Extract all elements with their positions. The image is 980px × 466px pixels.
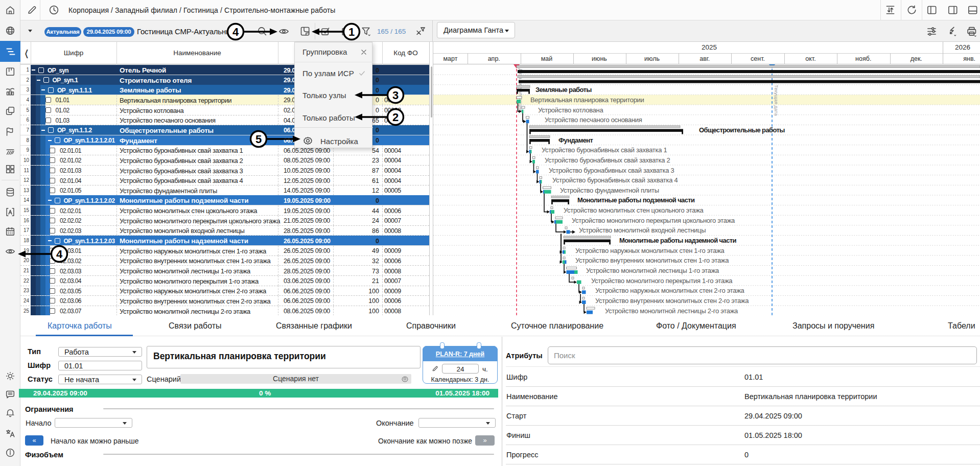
svg-text:2: 2: [392, 111, 399, 124]
svg-text:1: 1: [348, 26, 355, 38]
svg-text:4: 4: [56, 248, 63, 261]
svg-text:4: 4: [232, 26, 239, 38]
svg-text:5: 5: [255, 133, 262, 146]
svg-text:3: 3: [392, 89, 399, 102]
